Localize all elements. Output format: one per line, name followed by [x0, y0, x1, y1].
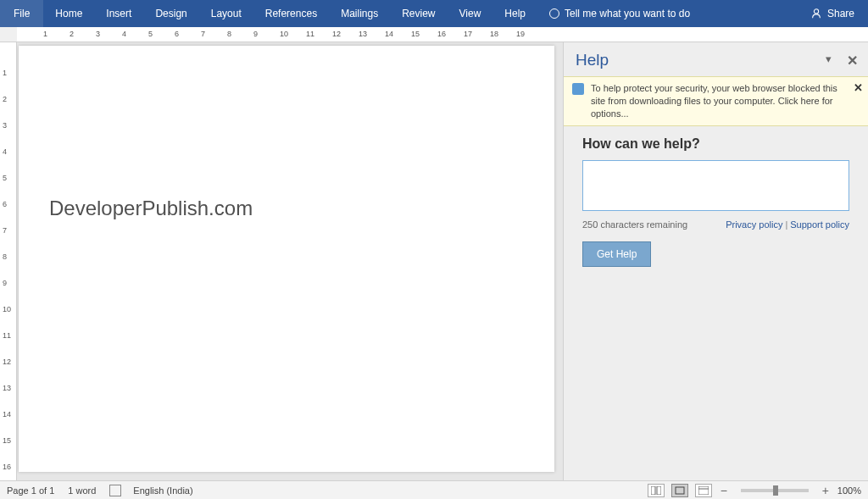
tab-insert[interactable]: Insert	[94, 0, 143, 27]
status-bar: Page 1 of 1 1 word English (India) − + 1…	[0, 480, 868, 499]
tab-layout[interactable]: Layout	[199, 0, 253, 27]
svg-rect-2	[657, 486, 661, 495]
tab-references[interactable]: References	[253, 0, 329, 27]
tab-home[interactable]: Home	[43, 0, 94, 27]
support-link[interactable]: Support policy	[790, 219, 849, 230]
tab-review[interactable]: Review	[390, 0, 447, 27]
lightbulb-icon	[549, 8, 559, 19]
tell-me-search[interactable]: Tell me what you want to do	[537, 8, 690, 19]
help-input[interactable]	[582, 160, 849, 211]
tab-help[interactable]: Help	[492, 0, 537, 27]
help-panel: Help ▾ ✕ To help protect your security, …	[563, 42, 868, 480]
security-message: To help protect your security, your web …	[591, 82, 860, 120]
read-mode-icon[interactable]	[648, 484, 665, 497]
web-layout-icon[interactable]	[695, 484, 712, 497]
horizontal-ruler[interactable]: 12345678910111213141516171819	[0, 27, 868, 42]
tell-me-label: Tell me what you want to do	[565, 8, 690, 19]
zoom-out-button[interactable]: −	[719, 484, 729, 497]
security-banner: To help protect your security, your web …	[564, 76, 868, 126]
svg-point-0	[814, 9, 818, 14]
share-icon	[810, 8, 822, 19]
zoom-thumb[interactable]	[773, 485, 778, 496]
get-help-button[interactable]: Get Help	[582, 241, 651, 267]
tab-file[interactable]: File	[0, 0, 43, 27]
help-question-label: How can we help?	[582, 136, 849, 152]
tab-design[interactable]: Design	[143, 0, 198, 27]
vertical-ruler[interactable]: 12345678910111213141516	[0, 42, 17, 480]
help-panel-header: Help ▾ ✕	[564, 42, 868, 76]
spellcheck-icon[interactable]	[109, 485, 121, 496]
svg-rect-4	[698, 486, 709, 495]
print-layout-icon[interactable]	[671, 484, 688, 497]
status-page[interactable]: Page 1 of 1	[7, 485, 54, 496]
document-pane: 12345678910111213141516 DeveloperPublish…	[0, 42, 563, 480]
svg-rect-3	[676, 487, 684, 494]
help-dropdown-icon[interactable]: ▾	[826, 53, 832, 69]
share-label: Share	[827, 8, 854, 19]
help-meta: 250 characters remaining Privacy policy|…	[582, 219, 849, 230]
page[interactable]: DeveloperPublish.com	[19, 46, 554, 472]
help-close-icon[interactable]: ✕	[847, 53, 858, 69]
shield-icon	[572, 83, 584, 95]
status-language[interactable]: English (India)	[133, 485, 192, 496]
help-body: How can we help? 250 characters remainin…	[564, 126, 868, 277]
share-button[interactable]: Share	[797, 0, 868, 27]
tab-view[interactable]: View	[448, 0, 493, 27]
security-close-icon[interactable]: ✕	[854, 80, 863, 96]
zoom-in-button[interactable]: +	[821, 484, 831, 497]
tab-mailings[interactable]: Mailings	[329, 0, 390, 27]
document-area[interactable]: DeveloperPublish.com	[17, 42, 563, 480]
help-panel-title: Help	[576, 51, 609, 69]
security-options-link[interactable]: here	[801, 96, 820, 106]
chars-remaining: 250 characters remaining	[582, 219, 687, 230]
main-area: 12345678910111213141516 DeveloperPublish…	[0, 42, 868, 480]
ribbon-bar: File Home Insert Design Layout Reference…	[0, 0, 868, 27]
zoom-slider[interactable]	[741, 489, 809, 492]
privacy-link[interactable]: Privacy policy	[726, 219, 782, 230]
svg-rect-1	[651, 486, 655, 495]
document-text[interactable]: DeveloperPublish.com	[49, 197, 524, 220]
status-words[interactable]: 1 word	[68, 485, 96, 496]
link-separator: |	[785, 219, 787, 230]
zoom-level[interactable]: 100%	[837, 485, 861, 496]
